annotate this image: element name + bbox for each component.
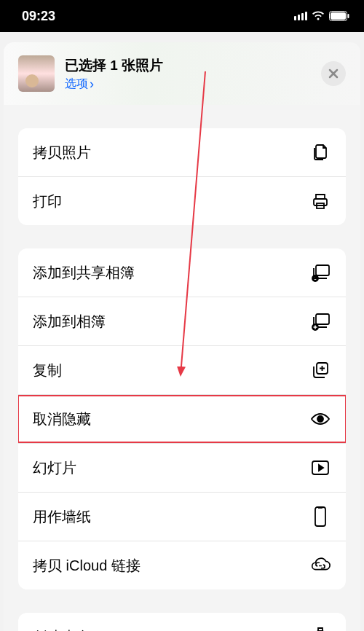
copy-photo-row[interactable]: 拷贝照片 (18, 128, 346, 176)
add-album-icon (309, 310, 331, 332)
create-watchface-row[interactable]: 创建表盘 (18, 613, 346, 631)
svg-rect-3 (314, 199, 327, 205)
options-link[interactable]: 选项 › (65, 77, 311, 92)
close-button[interactable] (321, 61, 346, 86)
play-icon (309, 457, 331, 479)
status-icons (294, 11, 349, 21)
close-icon (328, 68, 339, 79)
row-label: 添加到共享相簿 (33, 263, 135, 283)
duplicate-row[interactable]: 复制 (18, 345, 346, 394)
duplicate-icon (309, 359, 331, 381)
row-label: 幻灯片 (33, 458, 76, 478)
actions-list: 拷贝照片 打印 添加到共享相簿 添加到相簿 复制 取消隐藏 (4, 105, 360, 631)
action-group: 创建表盘 (18, 613, 346, 631)
row-label: 拷贝照片 (33, 143, 91, 162)
copy-docs-icon (309, 141, 331, 163)
svg-rect-2 (348, 14, 349, 18)
options-label: 选项 (65, 77, 88, 92)
svg-rect-13 (315, 507, 325, 526)
add-shared-album-row[interactable]: 添加到共享相簿 (18, 248, 346, 297)
row-label: 用作墙纸 (33, 507, 91, 527)
print-row[interactable]: 打印 (18, 176, 346, 225)
row-label: 创建表盘 (33, 627, 91, 632)
icloud-link-row[interactable]: 拷贝 iCloud 链接 (18, 541, 346, 589)
battery-icon (329, 11, 349, 21)
phone-icon (309, 506, 331, 528)
cloud-link-icon (309, 554, 331, 576)
status-bar: 09:23 (0, 0, 364, 32)
signal-bars-icon (294, 12, 307, 20)
svg-rect-8 (316, 314, 329, 324)
watch-icon (309, 626, 331, 631)
shared-album-icon (309, 262, 331, 283)
row-label: 拷贝 iCloud 链接 (33, 556, 141, 576)
wifi-icon (312, 11, 325, 21)
wallpaper-row[interactable]: 用作墙纸 (18, 492, 346, 541)
unhide-row[interactable]: 取消隐藏 (18, 394, 346, 443)
row-label: 添加到相簿 (33, 312, 106, 332)
slideshow-row[interactable]: 幻灯片 (18, 443, 346, 492)
print-icon (309, 190, 331, 212)
row-label: 打印 (33, 192, 62, 211)
photo-thumbnail[interactable] (18, 55, 55, 92)
share-sheet: 已选择 1 张照片 选项 › 拷贝照片 打印 添加到共享相簿 (4, 42, 360, 631)
action-group: 添加到共享相簿 添加到相簿 复制 取消隐藏 幻灯片 用作墙纸 (18, 248, 346, 589)
add-album-row[interactable]: 添加到相簿 (18, 297, 346, 345)
row-label: 复制 (33, 361, 62, 380)
status-time: 09:23 (22, 9, 55, 24)
row-label: 取消隐藏 (33, 409, 91, 429)
sheet-header: 已选择 1 张照片 选项 › (4, 42, 360, 105)
chevron-right-icon: › (90, 77, 94, 92)
svg-rect-5 (316, 265, 329, 275)
svg-point-11 (317, 416, 323, 422)
action-group: 拷贝照片 打印 (18, 128, 346, 225)
eye-icon (309, 408, 331, 430)
sheet-title: 已选择 1 张照片 (65, 56, 311, 75)
svg-rect-1 (331, 12, 346, 20)
